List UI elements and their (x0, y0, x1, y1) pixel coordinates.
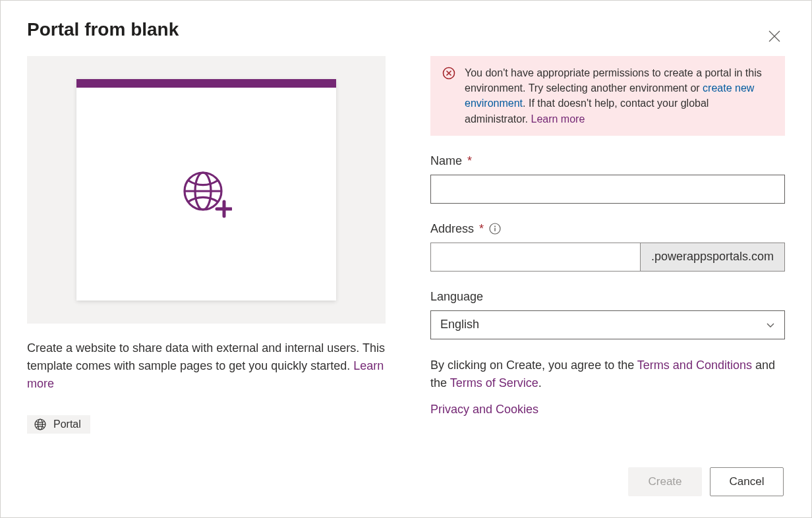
language-label: Language (430, 290, 483, 304)
portal-badge: Portal (27, 415, 90, 434)
preview-frame (27, 56, 386, 324)
template-description-text: Create a website to share data with exte… (27, 341, 385, 372)
required-indicator: * (467, 154, 472, 168)
error-learn-more-link[interactable]: Learn more (531, 113, 585, 125)
close-button[interactable] (765, 27, 784, 45)
portal-badge-label: Portal (53, 418, 81, 430)
terms-of-service-link[interactable]: Terms of Service (450, 376, 538, 389)
preview-card (76, 79, 336, 301)
agreement-text: By clicking on Create, you agree to the … (430, 357, 785, 392)
agreement-suffix: . (538, 376, 542, 389)
svg-rect-11 (494, 228, 495, 231)
portal-from-blank-dialog: Portal from blank (0, 0, 812, 518)
error-icon (442, 67, 455, 80)
name-label: Name (430, 154, 462, 168)
template-description: Create a website to share data with exte… (27, 339, 386, 393)
address-label: Address (430, 222, 474, 236)
create-button[interactable]: Create (628, 467, 702, 496)
address-suffix: .powerappsportals.com (640, 243, 784, 271)
privacy-and-cookies-link[interactable]: Privacy and Cookies (430, 403, 538, 417)
close-icon (768, 30, 781, 43)
globe-plus-icon (181, 170, 232, 219)
address-input[interactable] (431, 243, 640, 271)
terms-and-conditions-link[interactable]: Terms and Conditions (637, 359, 752, 372)
required-indicator: * (479, 222, 484, 236)
info-icon (489, 223, 501, 235)
svg-point-10 (494, 226, 496, 227)
permission-error-banner: You don't have appropriate permissions t… (430, 56, 785, 136)
address-input-row: .powerappsportals.com (430, 243, 785, 272)
error-text: You don't have appropriate permissions t… (465, 65, 773, 127)
left-column: Create a website to share data with exte… (27, 56, 386, 434)
address-info-icon[interactable] (489, 223, 501, 235)
language-select[interactable]: English (430, 310, 785, 339)
name-field-group: Name * (430, 154, 785, 204)
dialog-title: Portal from blank (27, 19, 785, 40)
globe-icon (34, 418, 47, 431)
preview-card-header-bar (76, 79, 336, 88)
name-input[interactable] (430, 175, 785, 204)
address-field-group: Address * .powerappsportals.com (430, 222, 785, 272)
right-column: You don't have appropriate permissions t… (430, 56, 785, 434)
language-field-group: Language English (430, 290, 785, 339)
cancel-button[interactable]: Cancel (710, 467, 784, 496)
dialog-footer: Create Cancel (628, 467, 784, 496)
language-selected-value: English (440, 318, 479, 331)
agreement-prefix: By clicking on Create, you agree to the (430, 359, 637, 372)
